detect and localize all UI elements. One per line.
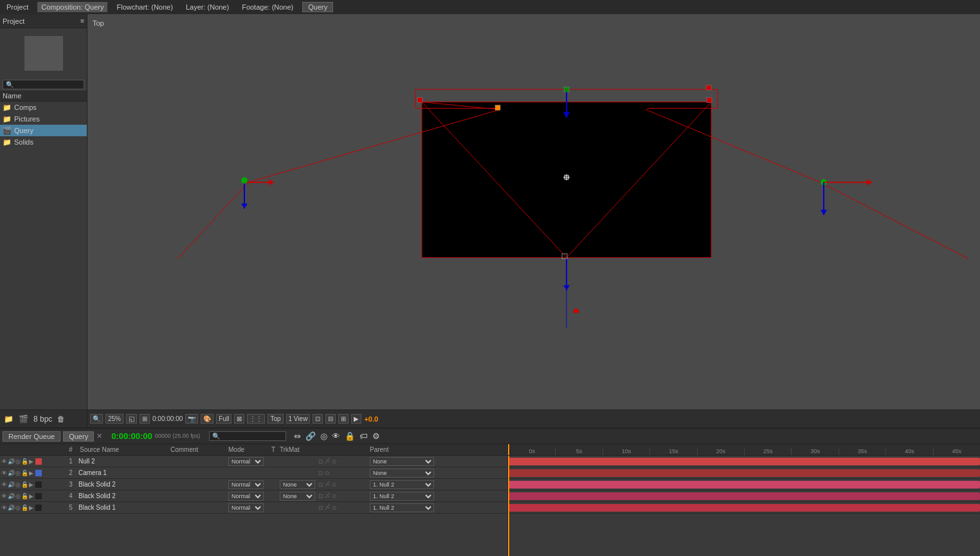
switch-icon[interactable]: ⊙ [332, 493, 337, 499]
parent-select[interactable]: 1. Null 2 [370, 503, 434, 512]
tree-item-pictures[interactable]: 📁 Pictures [0, 113, 87, 125]
viewport-canvas[interactable] [87, 14, 980, 409]
switch-icon[interactable]: ⊙ [325, 470, 330, 476]
lock-icon[interactable]: 🔓 [21, 458, 28, 465]
color-mgmt[interactable]: 🎨 [201, 414, 213, 424]
switch-icon[interactable]: ⊙ [332, 505, 337, 511]
row-mode[interactable]: Normal [228, 480, 267, 489]
parent-select[interactable]: None [370, 469, 434, 478]
switch-icon[interactable]: 〆 [325, 492, 331, 500]
fit-to-comp[interactable]: ◱ [126, 414, 137, 424]
collapse-icon[interactable]: ▶ [29, 505, 33, 511]
query-tab-top[interactable]: Query [302, 2, 333, 12]
project-menu[interactable]: Project [3, 2, 32, 12]
comp-button[interactable]: ⊡ [313, 414, 323, 424]
lock-icon[interactable]: 🔓 [21, 505, 28, 511]
row-parent[interactable]: None [370, 457, 447, 466]
row-mode[interactable]: Normal [228, 457, 267, 466]
collapse-icon[interactable]: ▶ [29, 493, 33, 499]
shy-icon[interactable]: 👁 [331, 431, 341, 442]
layer-menu[interactable]: Layer: (None) [182, 2, 233, 12]
view-select[interactable]: Top [268, 414, 283, 424]
solo-icon[interactable]: ◎ [15, 493, 21, 499]
safe-zones[interactable]: ⊟ [325, 414, 336, 424]
switch-icon[interactable]: ⊙ [332, 458, 337, 465]
collapse-icon[interactable]: ▶ [29, 481, 33, 488]
solo-icon[interactable]: ◎ [15, 470, 21, 476]
parent-select[interactable]: 1. Null 2 [370, 480, 434, 489]
visibility-icon[interactable]: 👁 [1, 493, 7, 499]
expand-all-icon[interactable]: ⇔ [293, 431, 302, 442]
collapse-icon[interactable]: ▶ [29, 458, 33, 465]
lock-icon[interactable]: 🔓 [21, 493, 28, 499]
visibility-icon[interactable]: 👁 [1, 481, 7, 488]
delete-icon[interactable]: 🗑 [56, 414, 66, 424]
mode-select[interactable]: Normal [228, 492, 264, 501]
project-options-icon[interactable]: ≡ [80, 17, 84, 24]
ruler-playhead[interactable] [508, 444, 509, 455]
row-mode[interactable]: Normal [228, 492, 267, 501]
audio-icon[interactable]: 🔊 [8, 481, 15, 488]
quality-select[interactable]: Full [216, 414, 231, 424]
camera-icon[interactable]: 📷 [185, 414, 198, 424]
tree-item-comps[interactable]: 📁 Comps [0, 102, 87, 113]
trkmat-select[interactable]: None [280, 492, 315, 501]
close-tab-icon[interactable]: ✕ [96, 432, 102, 440]
lock-icon[interactable]: 🔓 [21, 470, 28, 476]
grid-toggle[interactable]: ⊞ [140, 414, 150, 424]
switch-icon[interactable]: ⊡ [318, 481, 323, 488]
solo-icon[interactable]: ◎ [319, 431, 329, 442]
parent-select[interactable]: None [370, 457, 434, 466]
layer-link-icon[interactable]: 🔗 [304, 431, 317, 442]
row-parent[interactable]: 1. Null 2 [370, 503, 447, 512]
switch-icon[interactable]: ⊡ [318, 470, 323, 476]
audio-icon[interactable]: 🔊 [8, 458, 15, 465]
render-preview[interactable]: ▶ [351, 414, 361, 424]
switch-icon[interactable]: 〆 [325, 480, 331, 489]
mode-select[interactable]: Normal [228, 480, 264, 489]
switch-icon[interactable]: ⊙ [332, 481, 337, 488]
audio-icon[interactable]: 🔊 [8, 505, 15, 511]
view-count-select[interactable]: 1 View [286, 414, 311, 424]
switch-icon[interactable]: ⊡ [318, 458, 323, 465]
row-mode[interactable]: Normal [228, 503, 267, 512]
parent-select[interactable]: 1. Null 2 [370, 492, 434, 501]
solo-icon[interactable]: ◎ [15, 481, 21, 488]
zoom-level[interactable]: 25% [105, 414, 123, 424]
visibility-icon[interactable]: 👁 [1, 458, 7, 465]
solo-icon[interactable]: ◎ [15, 505, 21, 511]
visibility-icon[interactable]: 👁 [1, 505, 7, 511]
visibility-icon[interactable]: 👁 [1, 470, 7, 476]
solo-icon[interactable]: ◎ [15, 458, 21, 465]
audio-icon[interactable]: 🔊 [8, 493, 15, 499]
switch-icon[interactable]: ⊡ [318, 493, 323, 499]
switch-icon[interactable]: ⊡ [318, 505, 323, 511]
grid-icon[interactable]: ⋮⋮ [247, 414, 265, 424]
lock-icon[interactable]: 🔓 [21, 481, 28, 488]
row-trkmat[interactable]: None [280, 492, 318, 501]
layer-view[interactable]: ⊞ [338, 414, 349, 424]
new-comp-icon[interactable]: 🎬 [17, 414, 30, 424]
trkmat-select[interactable]: None [280, 480, 315, 489]
labels-icon[interactable]: 🏷 [358, 431, 369, 442]
transparency-icon[interactable]: ⊠ [234, 414, 244, 424]
lock-icon[interactable]: 🔒 [343, 431, 356, 442]
row-parent[interactable]: 1. Null 2 [370, 480, 447, 489]
composition-menu[interactable]: Composition: Query [37, 2, 107, 12]
timeline-search-input[interactable] [209, 431, 286, 441]
flowchart-menu[interactable]: Flowchart: (None) [113, 2, 176, 12]
switch-icon[interactable]: 〆 [325, 457, 331, 465]
project-search-input[interactable] [3, 80, 84, 89]
row-parent[interactable]: 1. Null 2 [370, 492, 447, 501]
mode-select[interactable]: Normal [228, 503, 264, 512]
tree-item-query[interactable]: 🎬 Query [0, 125, 87, 136]
new-folder-icon[interactable]: 📁 [3, 414, 15, 424]
audio-icon[interactable]: 🔊 [8, 470, 15, 476]
render-queue-tab[interactable]: Render Queue [3, 431, 60, 442]
mode-select[interactable]: Normal [228, 457, 264, 466]
row-parent[interactable]: None [370, 469, 447, 478]
settings-icon[interactable]: ⚙ [371, 431, 381, 442]
tree-item-solids[interactable]: 📁 Solids [0, 136, 87, 148]
collapse-icon[interactable]: ▶ [29, 470, 33, 476]
footage-menu[interactable]: Footage: (None) [238, 2, 297, 12]
